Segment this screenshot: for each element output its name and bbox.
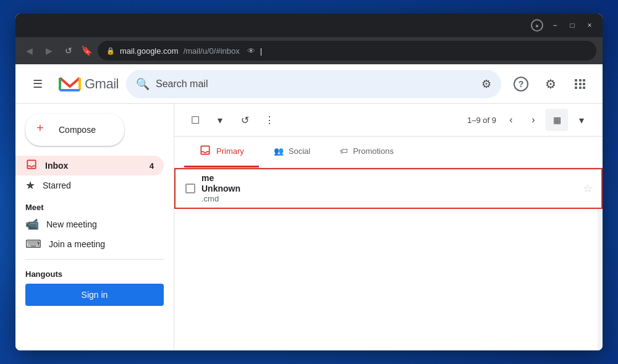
- gmail-text: Gmail: [85, 76, 119, 92]
- email-star-button[interactable]: ☆: [583, 182, 593, 195]
- tab-social[interactable]: 👥 Social: [259, 139, 325, 165]
- url-separator: |: [260, 46, 262, 56]
- pagination-text: 1–9 of 9: [467, 116, 496, 125]
- sign-in-button[interactable]: Sign in: [25, 284, 164, 306]
- help-button[interactable]: ?: [509, 72, 533, 96]
- refresh-icon: ↺: [241, 114, 249, 126]
- social-tab-icon: 👥: [274, 146, 284, 156]
- promotions-tab-label: Promotions: [353, 146, 394, 156]
- title-bar-controls: ● − □ ×: [531, 19, 595, 32]
- more-button[interactable]: ⋮: [258, 109, 281, 131]
- email-checkbox[interactable]: [185, 184, 195, 193]
- refresh-button[interactable]: ↺: [234, 109, 256, 131]
- refresh-button[interactable]: ↺: [61, 43, 76, 58]
- gmail-app: ☰ Gmail 🔍 Search mail ⚙: [15, 64, 603, 350]
- more-icon: ⋮: [265, 114, 274, 126]
- compose-label: Compose: [59, 125, 96, 135]
- content-area: ☐ ▾ ↺ ⋮ 1–9 of 9 ‹: [174, 104, 603, 350]
- view-dropdown-button[interactable]: ▾: [570, 109, 593, 131]
- new-meeting-label: New meeting: [46, 219, 154, 229]
- gmail-main: + Compose Inbox 4 ★ Starred: [15, 104, 603, 350]
- next-icon: ›: [531, 114, 535, 125]
- bookmark-button[interactable]: 🔖: [81, 45, 93, 56]
- hamburger-button[interactable]: ☰: [25, 72, 50, 96]
- browser-window: ● − □ × ◀ ▶ ↺ 🔖 🔒 mail.google.com /mail/…: [15, 14, 603, 350]
- email-subject: Unknown: [201, 184, 578, 193]
- toolbar: ☐ ▾ ↺ ⋮ 1–9 of 9 ‹: [174, 104, 603, 137]
- email-body: me Unknown .cmd: [201, 173, 578, 203]
- tab-promotions[interactable]: 🏷 Promotions: [325, 139, 408, 165]
- email-preview: .cmd: [201, 194, 578, 203]
- select-arrow-button[interactable]: ▾: [209, 109, 231, 131]
- help-icon: ?: [514, 77, 528, 91]
- view-icon: ▦: [553, 115, 561, 125]
- record-icon: ●: [531, 19, 543, 32]
- keyboard-icon: ⌨: [25, 237, 41, 251]
- compose-button[interactable]: + Compose: [25, 114, 124, 146]
- video-icon: 📹: [25, 218, 39, 231]
- select-button[interactable]: ☐: [184, 109, 206, 131]
- prev-page-button[interactable]: ‹: [501, 110, 521, 130]
- hamburger-icon: ☰: [33, 77, 43, 91]
- promotions-tab-icon: 🏷: [340, 146, 348, 156]
- inbox-count: 4: [150, 161, 154, 171]
- sidebar-item-starred[interactable]: ★ Starred: [15, 176, 164, 195]
- prev-icon: ‹: [509, 114, 512, 125]
- gmail-logo: Gmail: [57, 72, 119, 96]
- search-bar[interactable]: 🔍 Search mail ⚙: [126, 70, 501, 98]
- lock-icon: 🔒: [106, 47, 115, 55]
- next-page-button[interactable]: ›: [523, 110, 543, 130]
- search-filter-icon[interactable]: ⚙: [481, 77, 491, 91]
- url-base: mail.google.com: [120, 46, 179, 56]
- select-arrow-icon: ▾: [218, 114, 222, 126]
- maximize-button[interactable]: □: [567, 20, 578, 31]
- star-icon: ★: [25, 179, 35, 192]
- search-icon: 🔍: [136, 77, 150, 91]
- email-list: me Unknown .cmd ☆: [174, 168, 603, 350]
- select-checkbox-icon: ☐: [191, 114, 200, 126]
- primary-tab-label: Primary: [216, 146, 244, 156]
- title-bar: ● − □ ×: [15, 14, 603, 37]
- header-right: ? ⚙: [509, 72, 593, 96]
- close-button[interactable]: ×: [584, 20, 595, 31]
- apps-button[interactable]: [568, 72, 593, 96]
- compose-plus-icon: +: [36, 122, 51, 137]
- pagination: 1–9 of 9 ‹ › ▦ ▾: [467, 109, 593, 131]
- sidebar-item-new-meeting[interactable]: 📹 New meeting: [15, 214, 164, 234]
- sidebar-item-inbox[interactable]: Inbox 4: [15, 156, 164, 176]
- inbox-label: Inbox: [45, 161, 142, 171]
- hangouts-label: Hangouts: [25, 269, 164, 279]
- email-item[interactable]: me Unknown .cmd ☆: [174, 168, 603, 209]
- settings-icon: ⚙: [545, 77, 556, 91]
- primary-tab-icon: [199, 144, 211, 158]
- join-meeting-label: Join a meeting: [49, 239, 154, 249]
- forward-button[interactable]: ▶: [41, 43, 56, 58]
- address-bar: ◀ ▶ ↺ 🔖 🔒 mail.google.com /mail/u/0/#inb…: [15, 37, 603, 64]
- minimize-button[interactable]: −: [549, 20, 561, 31]
- email-sender: me: [201, 173, 578, 183]
- sidebar-item-join-meeting[interactable]: ⌨ Join a meeting: [15, 234, 164, 254]
- url-bar[interactable]: 🔒 mail.google.com /mail/u/0/#inbox 👁 |: [98, 41, 596, 61]
- sidebar: + Compose Inbox 4 ★ Starred: [15, 104, 174, 350]
- view-button[interactable]: ▦: [546, 109, 568, 131]
- starred-label: Starred: [43, 180, 154, 190]
- eye-icon: 👁: [247, 46, 255, 56]
- inbox-icon: [25, 158, 38, 174]
- search-input[interactable]: Search mail: [156, 78, 475, 90]
- social-tab-label: Social: [289, 146, 310, 156]
- tab-primary[interactable]: Primary: [184, 137, 259, 167]
- gmail-header: ☰ Gmail 🔍 Search mail ⚙: [15, 64, 603, 104]
- meet-section-label: Meet: [15, 195, 174, 214]
- hangouts-section: Hangouts Sign in: [15, 265, 174, 311]
- sidebar-divider: [25, 259, 164, 260]
- back-button[interactable]: ◀: [22, 43, 36, 58]
- gmail-m-icon: [57, 72, 82, 96]
- tabs-bar: Primary 👥 Social 🏷 Promotions: [174, 137, 603, 168]
- email-checkbox-wrap: [184, 182, 197, 195]
- apps-icon: [575, 79, 586, 89]
- url-path: /mail/u/0/#inbox: [184, 46, 240, 56]
- settings-button[interactable]: ⚙: [538, 72, 563, 96]
- view-dropdown-icon: ▾: [579, 114, 584, 126]
